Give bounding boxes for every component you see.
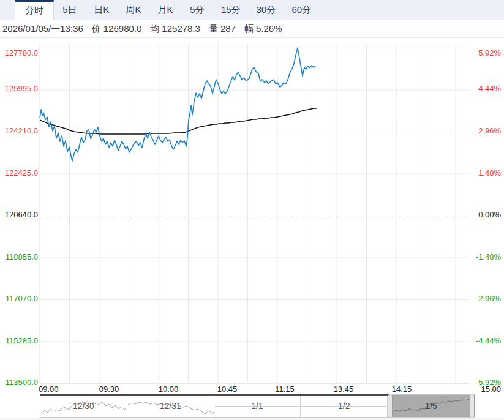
chart-canvas[interactable]	[0, 39, 504, 384]
tab-30min[interactable]: 30分	[249, 0, 284, 20]
quote-datetime: 2026/01/05/一13:36	[2, 23, 83, 35]
grid-lines	[40, 43, 470, 384]
navigator-panel-1-2[interactable]: 1/2	[301, 395, 388, 417]
navigator-panel-12-31[interactable]: 12/31	[127, 395, 214, 417]
quote-info-bar: 2026/01/05/一13:36 价126980.0 均125278.3 量2…	[0, 20, 504, 38]
tab-15min[interactable]: 15分	[213, 0, 249, 20]
navigator-date-label: 1/5	[388, 401, 475, 411]
tab-5day[interactable]: 5日	[54, 0, 86, 20]
x-axis-time-tick: 14:15	[389, 384, 415, 394]
tab-60min[interactable]: 60分	[284, 0, 319, 20]
x-axis-time-tick: 15:00	[474, 384, 501, 394]
navigator-panel-1-5-selected[interactable]: 1/5	[388, 395, 475, 417]
x-axis-time-tick: 09:00	[39, 384, 66, 394]
x-axis-time-tick: 10:00	[156, 384, 181, 394]
x-axis-time-tick: 10:45	[214, 384, 240, 394]
navigator-date-label: 12/31	[127, 401, 214, 411]
tab-5min[interactable]: 5分	[181, 0, 213, 20]
tab-weekly-k[interactable]: 周K	[118, 0, 149, 20]
navigator-panel-12-30[interactable]: 12/30	[40, 395, 127, 417]
quote-range: 幅5.26%	[244, 23, 282, 35]
navigator-unselected-top-border	[40, 394, 389, 396]
navigator-panel-1-1[interactable]: 1/1	[214, 395, 301, 417]
navigator-date-label: 1/1	[214, 401, 301, 411]
quote-volume: 量287	[209, 23, 236, 35]
x-axis-time-tick: 13:45	[331, 384, 356, 394]
intraday-chart-window: 分时 5日 日K 周K 月K 5分 15分 30分 60分 2026/01/05…	[0, 0, 504, 420]
navigator-date-label: 12/30	[40, 401, 127, 411]
quote-price: 价126980.0	[92, 23, 142, 35]
period-tab-bar: 分时 5日 日K 周K 月K 5分 15分 30分 60分	[0, 0, 504, 20]
x-axis-time-tick: 09:30	[96, 384, 122, 394]
tab-minute-chart[interactable]: 分时	[15, 0, 54, 20]
date-range-navigator: 12/30 12/31 1/1 1/2 1/5	[40, 394, 475, 418]
x-axis-time-tick: 11:15	[272, 384, 298, 394]
navigator-left-handle[interactable]	[388, 395, 393, 417]
average-line	[40, 108, 317, 134]
price-line	[40, 48, 315, 161]
tab-monthly-k[interactable]: 月K	[149, 0, 181, 20]
navigator-right-handle[interactable]	[470, 395, 475, 417]
quote-average: 均125278.3	[150, 23, 200, 35]
tab-daily-k[interactable]: 日K	[86, 0, 118, 20]
navigator-date-label: 1/2	[301, 401, 387, 411]
